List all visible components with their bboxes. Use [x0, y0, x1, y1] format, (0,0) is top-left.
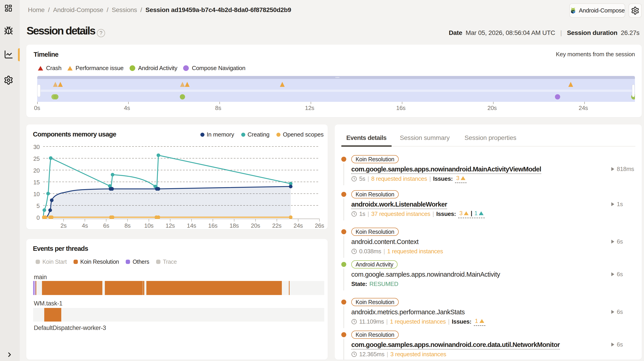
- svg-text:10: 10: [33, 191, 40, 198]
- svg-text:26s: 26s: [315, 222, 324, 229]
- svg-text:14s: 14s: [187, 222, 196, 229]
- svg-text:8s: 8s: [124, 222, 131, 229]
- svg-text:24s: 24s: [294, 222, 303, 229]
- svg-text:6s: 6s: [103, 222, 110, 229]
- svg-text:5: 5: [36, 203, 40, 209]
- svg-text:10s: 10s: [144, 222, 154, 229]
- svg-text:22s: 22s: [272, 222, 282, 229]
- svg-text:25: 25: [33, 155, 40, 162]
- svg-text:16s: 16s: [208, 222, 218, 229]
- svg-text:2s: 2s: [60, 222, 67, 229]
- svg-text:20: 20: [33, 167, 40, 174]
- svg-text:20s: 20s: [251, 222, 260, 229]
- svg-text:18s: 18s: [230, 222, 239, 229]
- svg-text:12s: 12s: [166, 222, 175, 229]
- svg-text:4s: 4s: [82, 222, 88, 229]
- svg-text:30: 30: [33, 144, 40, 150]
- svg-text:15: 15: [33, 179, 40, 186]
- svg-text:0: 0: [36, 214, 40, 221]
